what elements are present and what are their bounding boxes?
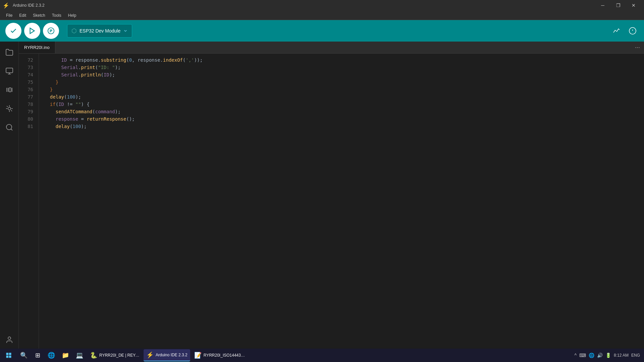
serial-plotter-button[interactable]: [610, 25, 623, 37]
code-line-76: }: [44, 86, 639, 93]
search-taskbar-icon: 🔍: [20, 352, 28, 359]
svg-rect-13: [9, 88, 11, 92]
svg-rect-34: [6, 353, 9, 355]
taskbar: 🔍 ⊞ 🌐 📁 💻 🐍 RYRR20I_DE | REYAX... ⚡ Ardu…: [0, 349, 644, 362]
notepad-taskbar-item[interactable]: 📝 RYRR20I_ISO14443A&...: [192, 349, 250, 361]
board-manager-icon[interactable]: [3, 64, 16, 78]
python-taskbar-label: RYRR20I_DE | REYAX...: [99, 353, 140, 358]
code-line-79: sendATCommand(command);: [44, 108, 639, 115]
svg-rect-37: [9, 356, 11, 358]
svg-rect-36: [6, 356, 9, 358]
battery-icon: 🔋: [605, 353, 611, 358]
toolbar-right: [610, 25, 639, 37]
keyboard-icon: ⌨: [579, 353, 586, 358]
explorer-icon: 📁: [62, 352, 69, 359]
notepad-icon: 📝: [194, 352, 202, 359]
search-side-icon[interactable]: [3, 121, 16, 134]
notepad-taskbar-label: RYRR20I_ISO14443A&...: [204, 353, 247, 358]
line-numbers: 72 73 74 75 76 77 78 79 80 81: [19, 54, 39, 351]
menu-sketch[interactable]: Sketch: [30, 12, 49, 19]
tray-chevron[interactable]: ^: [574, 353, 577, 358]
svg-line-18: [7, 106, 8, 107]
svg-rect-35: [9, 353, 11, 355]
explorer-taskbar-item[interactable]: 📁: [59, 349, 72, 361]
svg-point-15: [8, 107, 11, 110]
code-line-72: ID = response.substring(0, response.inde…: [44, 56, 639, 64]
app-title: Arduino IDE 2.3.2: [11, 3, 595, 8]
network-icon: 🌐: [589, 353, 594, 358]
python-taskbar-item[interactable]: 🐍 RYRR20I_DE | REYAX...: [87, 349, 142, 361]
taskview-taskbar-item[interactable]: ⊞: [32, 349, 44, 361]
arduino-icon: ⚡: [146, 351, 154, 359]
svg-line-23: [11, 129, 12, 130]
app-icon: ⚡: [3, 2, 9, 9]
taskview-icon: ⊞: [35, 352, 40, 359]
svg-marker-0: [30, 28, 35, 34]
menu-edit[interactable]: Edit: [16, 12, 30, 19]
vscode-icon: 💻: [76, 352, 83, 359]
svg-point-22: [6, 124, 12, 130]
window-controls: ─ ❐ ✕: [595, 0, 641, 11]
code-line-81: delay(100);: [44, 123, 639, 130]
title-bar: ⚡ Arduino IDE 2.3.2 ─ ❐ ✕: [0, 0, 644, 11]
board-selector[interactable]: ⬡ ESP32 Dev Module: [67, 24, 132, 38]
folder-side-icon[interactable]: [3, 46, 16, 59]
speaker-icon: 🔊: [597, 353, 603, 358]
code-line-78: if(ID != "") {: [44, 101, 639, 108]
svg-rect-8: [6, 68, 13, 73]
serial-monitor-button[interactable]: [627, 25, 639, 37]
tab-bar: RYRR20I.ino ···: [19, 42, 644, 54]
edge-taskbar-item[interactable]: 🌐: [45, 349, 58, 361]
tab-main-file[interactable]: RYRR20I.ino: [19, 42, 55, 53]
code-area: RYRR20I.ino ··· 72 73 74 75 76 77 78 79 …: [19, 42, 644, 351]
tray-time: 8:12 AM: [614, 353, 629, 358]
code-line-74: Serial.println(ID);: [44, 71, 639, 78]
upload-button[interactable]: [24, 23, 40, 39]
vscode-taskbar-item[interactable]: 💻: [73, 349, 86, 361]
board-name: ESP32 Dev Module: [79, 28, 120, 34]
code-line-73: Serial.print("ID: ");: [44, 64, 639, 71]
arduino-taskbar-label: Arduino IDE 2.3.2: [156, 353, 187, 357]
verify-button[interactable]: [5, 23, 21, 39]
menu-bar: File Edit Sketch Tools Help: [0, 11, 644, 20]
svg-point-24: [8, 337, 11, 340]
tab-more-button[interactable]: ···: [631, 42, 644, 53]
user-side-icon[interactable]: [3, 333, 16, 347]
search-taskbar-item[interactable]: 🔍: [17, 349, 30, 361]
tab-filename: RYRR20I.ino: [24, 45, 50, 50]
menu-help[interactable]: Help: [65, 12, 80, 19]
usb-icon: ⬡: [71, 27, 77, 35]
menu-tools[interactable]: Tools: [49, 12, 65, 19]
code-line-80: response = returnResponse();: [44, 115, 639, 123]
toolbar: ⬡ ESP32 Dev Module: [0, 20, 644, 42]
main-layout: RYRR20I.ino ··· 72 73 74 75 76 77 78 79 …: [0, 42, 644, 351]
library-manager-icon[interactable]: [3, 83, 16, 97]
restore-button[interactable]: ❐: [610, 0, 626, 11]
side-icons: [0, 42, 19, 351]
tray-language: ENG: [631, 353, 640, 358]
code-line-75: }: [44, 78, 639, 86]
code-content[interactable]: 72 73 74 75 76 77 78 79 80 81 ID = respo…: [19, 54, 644, 351]
close-button[interactable]: ✕: [626, 0, 641, 11]
code-line-77: delay(100);: [44, 93, 639, 101]
menu-file[interactable]: File: [3, 12, 16, 19]
debug-manager-icon[interactable]: [3, 102, 16, 115]
system-tray: ^ ⌨ 🌐 🔊 🔋 8:12 AM ENG: [572, 353, 643, 358]
edge-icon: 🌐: [48, 352, 55, 359]
svg-line-19: [11, 110, 12, 111]
minimize-button[interactable]: ─: [595, 0, 610, 11]
code-editor[interactable]: ID = response.substring(0, response.inde…: [39, 54, 644, 351]
arduino-taskbar-item[interactable]: ⚡ Arduino IDE 2.3.2: [144, 349, 190, 361]
start-button[interactable]: [1, 349, 16, 361]
python-icon: 🐍: [90, 352, 97, 359]
debug-button[interactable]: [43, 23, 59, 39]
